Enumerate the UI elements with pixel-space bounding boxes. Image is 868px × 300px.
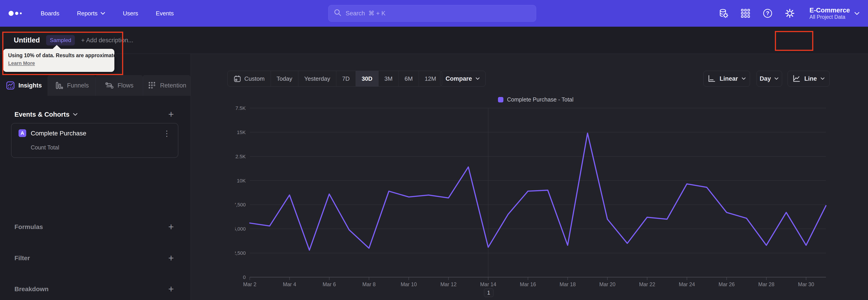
svg-text:7,500: 7,500 (235, 202, 246, 208)
event-series-badge: A (19, 129, 26, 137)
interval-label: Day (760, 75, 771, 82)
report-tabs: Insights Funnels Flows Retention (0, 75, 191, 96)
pagination-page-1[interactable]: 1 (484, 289, 493, 297)
data-management-icon[interactable] (718, 8, 728, 19)
add-event-button[interactable]: + (168, 110, 174, 119)
tab-label: Flows (118, 82, 133, 89)
legend-swatch (498, 97, 503, 102)
event-name: Complete Purchase (31, 130, 86, 137)
report-title[interactable]: Untitled (14, 36, 40, 44)
range-30d[interactable]: 30D (355, 71, 378, 86)
svg-text:Mar 6: Mar 6 (322, 281, 336, 287)
calendar-icon (234, 75, 241, 83)
nav-link-label: Users (123, 10, 138, 17)
scale-dropdown[interactable]: Linear (704, 71, 750, 87)
range-label: 6M (405, 75, 413, 82)
nav-link-boards[interactable]: Boards (41, 10, 59, 17)
chevron-down-icon (475, 77, 480, 80)
scale-label: Linear (719, 75, 738, 82)
query-sidebar: Insights Funnels Flows Retention (0, 54, 191, 300)
help-icon[interactable]: ? (763, 8, 773, 19)
add-formula-button[interactable]: + (168, 222, 174, 232)
svg-text:10K: 10K (237, 178, 246, 184)
svg-text:Mar 14: Mar 14 (480, 281, 496, 287)
compare-label: Compare (445, 75, 472, 82)
svg-text:Mar 28: Mar 28 (758, 281, 775, 287)
insights-icon (6, 81, 15, 90)
range-label: Yesterday (304, 75, 330, 82)
nav-link-users[interactable]: Users (123, 10, 138, 17)
tab-label: Retention (160, 82, 186, 89)
app-grid-icon[interactable] (740, 8, 751, 19)
project-names: E-Commerce All Project Data (809, 6, 850, 20)
interval-dropdown[interactable]: Day (756, 71, 782, 87)
svg-text:Mar 26: Mar 26 (719, 281, 735, 287)
filter-label: Filter (14, 254, 30, 262)
chevron-down-icon (774, 77, 779, 80)
svg-text:2,500: 2,500 (235, 250, 246, 256)
range-label: 3M (384, 75, 393, 82)
range-label: 12M (425, 75, 436, 82)
tab-retention[interactable]: Retention (143, 75, 191, 96)
nav-right: ? E-Commerce All Project Data (718, 0, 868, 27)
range-label: 30D (362, 75, 373, 82)
range-custom[interactable]: Custom (228, 71, 271, 86)
nav-link-reports[interactable]: Reports (77, 10, 105, 17)
sampling-tooltip: Using 10% of data. Results are approxima… (3, 49, 114, 72)
add-filter-button[interactable]: + (168, 253, 174, 263)
events-cohorts-label: Events & Cohorts (14, 111, 69, 118)
tab-insights[interactable]: Insights (0, 75, 48, 96)
flows-icon (105, 81, 114, 90)
range-yesterday[interactable]: Yesterday (298, 71, 336, 86)
event-card[interactable]: A Complete Purchase Count Total ⋮ (11, 123, 178, 158)
nav-link-events[interactable]: Events (156, 10, 174, 17)
retention-icon (147, 81, 156, 90)
range-today[interactable]: Today (271, 71, 298, 86)
line-chart-icon (792, 74, 801, 83)
search-placeholder: Search ⌘ + K (346, 10, 385, 17)
range-3m[interactable]: 3M (378, 71, 399, 86)
sampled-badge[interactable]: Sampled (46, 35, 75, 46)
events-cohorts-header[interactable]: Events & Cohorts (14, 111, 78, 118)
settings-gear-icon[interactable] (784, 8, 795, 19)
range-7d[interactable]: 7D (336, 71, 355, 86)
report-header: Untitled Sampled + Add description... ••… (0, 27, 868, 54)
project-selector[interactable]: E-Commerce All Project Data (809, 6, 859, 20)
svg-text:Mar 24: Mar 24 (679, 281, 695, 287)
nav-link-label: Events (156, 10, 174, 17)
events-cohorts-header-row: Events & Cohorts + (0, 108, 191, 121)
chart-type-dropdown[interactable]: Line (787, 71, 830, 87)
svg-text:Mar 12: Mar 12 (440, 281, 457, 287)
svg-text:17.5K: 17.5K (235, 106, 246, 111)
tab-funnels[interactable]: Funnels (48, 75, 95, 96)
breakdown-label: Breakdown (14, 286, 49, 293)
learn-more-link[interactable]: Learn More (8, 60, 35, 66)
tab-flows[interactable]: Flows (95, 75, 143, 96)
tab-label: Insights (19, 82, 42, 89)
compare-dropdown[interactable]: Compare (440, 71, 486, 87)
event-options-kebab[interactable]: ⋮ (163, 129, 170, 138)
add-breakdown-button[interactable]: + (168, 284, 174, 294)
svg-text:?: ? (766, 10, 770, 16)
search-input[interactable]: Search ⌘ + K (328, 5, 536, 22)
svg-text:Mar 4: Mar 4 (283, 281, 296, 287)
legend-label: Complete Purchase - Total (507, 96, 574, 103)
svg-text:12.5K: 12.5K (235, 154, 246, 159)
chevron-down-icon (855, 12, 859, 15)
svg-text:Mar 2: Mar 2 (243, 281, 256, 287)
event-metric[interactable]: Count Total (31, 144, 59, 151)
svg-text:Mar 8: Mar 8 (362, 281, 376, 287)
range-6m[interactable]: 6M (399, 71, 418, 86)
add-description-field[interactable]: + Add description... (81, 37, 133, 44)
tooltip-text: Using 10% of data. Results are approxima… (8, 53, 110, 59)
range-12m[interactable]: 12M (418, 71, 442, 86)
svg-text:15K: 15K (237, 129, 246, 135)
range-label: Custom (244, 75, 265, 82)
chart-legend[interactable]: Complete Purchase - Total (235, 96, 836, 103)
breakdown-row: Breakdown + (0, 282, 191, 296)
svg-text:Mar 22: Mar 22 (639, 281, 655, 287)
chevron-down-icon (742, 77, 746, 80)
mixpanel-logo-icon[interactable] (8, 11, 29, 16)
line-chart[interactable]: 02,5005,0007,50010K12.5K15K17.5KMar 2Mar… (235, 104, 836, 288)
linear-axis-icon (707, 74, 716, 83)
